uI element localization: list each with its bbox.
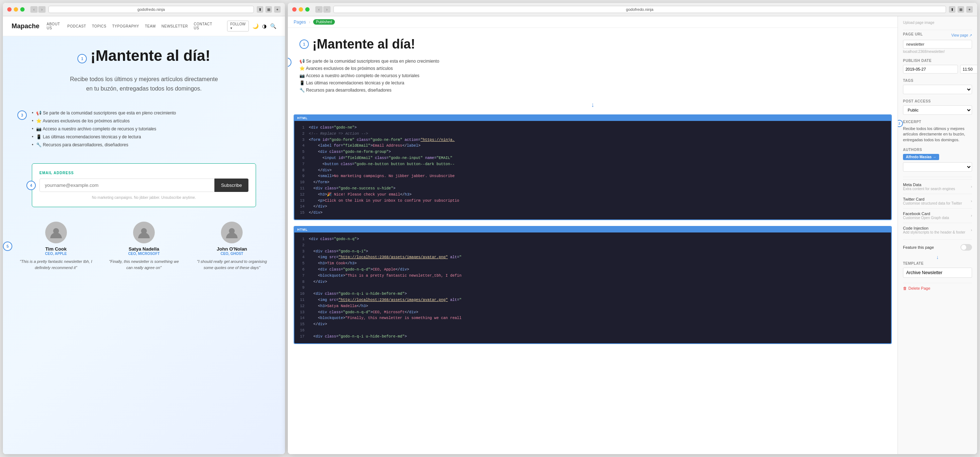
page-url-input[interactable] — [903, 40, 972, 48]
publish-date-label: Publish Date — [903, 59, 972, 63]
pages-link[interactable]: Pages — [294, 19, 306, 25]
publish-date-section: Publish Date — [903, 59, 972, 74]
code-line: 5 <h3>Tim Cook</h3> — [299, 260, 887, 267]
right-minimize-button[interactable] — [299, 7, 303, 11]
authors-select[interactable] — [903, 162, 972, 172]
code-line: 6 <div class="godo-n-q-d">CEO, Apple</di… — [299, 267, 887, 273]
right-share-icon[interactable]: ⬆ — [949, 6, 955, 13]
code-line: 2<!-- Replace => Action --> — [299, 131, 887, 137]
template-section: Template Archive Newsletter — [903, 262, 972, 278]
right-forward-button[interactable]: › — [323, 6, 331, 13]
publish-time-input[interactable] — [960, 65, 977, 74]
facebook-card-row[interactable]: Facebook Card Customise Open Graph data … — [903, 208, 972, 223]
code-line: 6 <input id="fieldEmail" class="godo-ne-… — [299, 155, 887, 161]
step-4-badge-left: 4 — [26, 181, 36, 190]
publish-date-input[interactable] — [903, 65, 958, 74]
add-tab-icon[interactable]: + — [274, 6, 281, 13]
right-add-tab-icon[interactable]: + — [966, 6, 973, 13]
url-bar[interactable]: godofredo.ninja — [48, 6, 254, 13]
publish-date-row — [903, 65, 972, 74]
testimonial-2-name: Satya Nadella — [105, 246, 182, 252]
meta-data-row[interactable]: Meta Data Extra content for search engin… — [903, 179, 972, 194]
page-url-label: Page URL — [903, 32, 923, 36]
post-access-label: Post access — [903, 99, 972, 103]
site-logo: Mapache — [11, 22, 40, 30]
search-icon[interactable]: 🔍 — [270, 23, 276, 29]
nav-actions: FOLLOW ▾ 🌙 ◑ 🔍 — [227, 21, 276, 32]
testimonial-3-quote: "I should really get around to organisin… — [194, 259, 270, 270]
nav-topics[interactable]: TOPICS — [92, 24, 106, 28]
code-line: 3<form id="godo-form" class="godo-ne-for… — [299, 137, 887, 143]
code-injection-chevron: › — [971, 228, 972, 232]
testimonial-3: John O'Nolan CEO, GHOST "I should really… — [194, 222, 270, 270]
right-fullscreen-button[interactable] — [305, 7, 310, 11]
code-line: 2 — [299, 242, 887, 248]
nav-newsletter[interactable]: NEWSLETTER — [161, 24, 188, 28]
editor-hero: 1 ¡Mantente al día! — [288, 28, 897, 58]
feature-toggle[interactable] — [961, 244, 972, 251]
code-injection-row[interactable]: Code Injection Add style/scripts to the … — [903, 223, 972, 237]
avatar-2 — [133, 222, 155, 243]
editor-panel: Pages › Published 1 ¡Mantente al día! 3 … — [288, 16, 897, 454]
nav-arrows: ‹ › — [30, 6, 46, 13]
code-line: 13 <div class="godo-n-q-d">CEO, Microsof… — [299, 309, 887, 315]
testimonial-2-quote: "Finally, this newsletter is something w… — [105, 259, 182, 270]
template-label: Template — [903, 262, 972, 265]
template-select-wrapper: Archive Newsletter — [903, 268, 972, 278]
fullscreen-button[interactable] — [20, 7, 25, 11]
code-line: 13 <p>Click on the link in your inbox to… — [299, 198, 887, 204]
right-traffic-lights — [292, 7, 310, 11]
twitter-card-sub: Customise structured data for Twitter — [903, 201, 962, 205]
view-page-link[interactable]: View page ↗ — [951, 33, 972, 37]
toggle-knob — [961, 245, 966, 250]
feature-label: Feature this page — [903, 245, 934, 249]
step-3-badge-left: 3 — [18, 110, 27, 120]
author-tag[interactable]: Alfredo Masías → — [903, 154, 939, 160]
post-access-select[interactable]: Public — [903, 105, 972, 115]
form-note: No marketing campaigns. No jibber jabber… — [40, 195, 248, 200]
list-item: 🔧 Recursos para desarrolladores, diseñad… — [32, 141, 256, 149]
editor-list-item: 📢 Se parte de la comunidad suscriptores … — [299, 58, 886, 65]
html-block-1-header: HTML — [294, 115, 891, 121]
nav-team[interactable]: TEAM — [145, 24, 156, 28]
contrast-icon[interactable]: ◑ — [262, 23, 267, 29]
tab-icon[interactable]: ⊞ — [266, 6, 272, 13]
tags-select[interactable] — [903, 85, 972, 94]
nav-about[interactable]: ABOUT US — [47, 22, 62, 30]
step-1-badge: 1 — [77, 54, 87, 63]
back-button[interactable]: ‹ — [30, 6, 38, 13]
right-tab-icon[interactable]: ⊞ — [958, 6, 964, 13]
meta-data-chevron: › — [971, 185, 972, 189]
twitter-card-row[interactable]: Twitter Card Customise structured data f… — [903, 194, 972, 208]
minimize-button[interactable] — [14, 7, 18, 11]
template-select[interactable]: Archive Newsletter — [903, 268, 972, 278]
html-block-2: 5 HTML 1<div class="godo-n-q"> 2 3 <div … — [294, 226, 892, 344]
follow-button[interactable]: FOLLOW ▾ — [227, 21, 249, 32]
code-line: 14 <blockquote>"Finally, this newsletter… — [299, 315, 887, 321]
right-titlebar: ‹ › godofredo.ninja ⬆ ⊞ + — [288, 3, 977, 16]
post-access-section: Post access Public — [903, 99, 972, 115]
email-input[interactable] — [40, 179, 215, 192]
forward-button[interactable]: › — [38, 6, 46, 13]
twitter-card-chevron: › — [971, 199, 972, 203]
upload-section: Upload page image — [903, 21, 972, 25]
list-item: 📱 Las últimas recomendaciones técnicas y… — [32, 133, 256, 141]
meta-data-sub: Extra content for search engines — [903, 187, 955, 191]
upload-label[interactable]: Upload page image — [903, 21, 972, 25]
nav-contact[interactable]: CONTACT US — [194, 22, 213, 30]
delete-page-button[interactable]: 🗑 Delete Page — [903, 283, 972, 293]
share-icon[interactable]: ⬆ — [257, 6, 263, 13]
nav-typography[interactable]: TYPOGRAPHY — [112, 24, 139, 28]
close-button[interactable] — [7, 7, 11, 11]
list-item: ⭐ Avances exclusivos de los próximos art… — [32, 117, 256, 125]
right-back-button[interactable]: ‹ — [315, 6, 323, 13]
hero-title-row: 1 ¡Mantente al día! — [18, 47, 270, 70]
right-close-button[interactable] — [292, 7, 296, 11]
subscribe-button[interactable]: Subscribe — [215, 179, 248, 192]
right-url-bar[interactable]: godofredo.ninja — [333, 6, 946, 13]
code-line: 1<div class="godo-ne"> — [299, 125, 887, 131]
code-line: 7 <button class="godo-ne-button button b… — [299, 161, 887, 167]
moon-icon[interactable]: 🌙 — [252, 23, 259, 29]
nav-podcast[interactable]: PODCAST — [67, 24, 86, 28]
form-row: Subscribe — [40, 179, 248, 192]
